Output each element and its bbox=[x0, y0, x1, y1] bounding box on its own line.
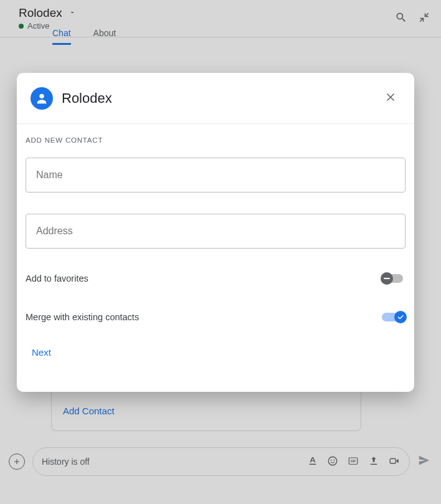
add-contact-dialog: Rolodex ADD NEW CONTACT Name Address Add… bbox=[17, 73, 414, 392]
merge-toggle-row: Merge with existing contacts bbox=[26, 311, 405, 323]
address-field[interactable]: Address bbox=[26, 214, 405, 249]
favorites-toggle-row: Add to favorites bbox=[26, 272, 405, 285]
name-placeholder: Name bbox=[36, 169, 63, 181]
svg-point-6 bbox=[39, 93, 44, 98]
favorites-label: Add to favorites bbox=[26, 273, 88, 283]
favorites-toggle[interactable] bbox=[382, 272, 405, 285]
merge-label: Merge with existing contacts bbox=[26, 312, 139, 322]
dialog-header: Rolodex bbox=[17, 73, 414, 124]
address-placeholder: Address bbox=[36, 226, 73, 237]
app-avatar-icon bbox=[31, 87, 53, 110]
dialog-title: Rolodex bbox=[62, 90, 372, 107]
close-icon bbox=[384, 91, 397, 103]
next-button[interactable]: Next bbox=[29, 343, 54, 361]
toggle-on-icon bbox=[394, 311, 407, 323]
section-label: ADD NEW CONTACT bbox=[26, 136, 405, 144]
close-button[interactable] bbox=[381, 87, 401, 110]
name-field[interactable]: Name bbox=[26, 158, 405, 193]
merge-toggle[interactable] bbox=[382, 311, 405, 323]
toggle-off-icon bbox=[381, 272, 393, 285]
